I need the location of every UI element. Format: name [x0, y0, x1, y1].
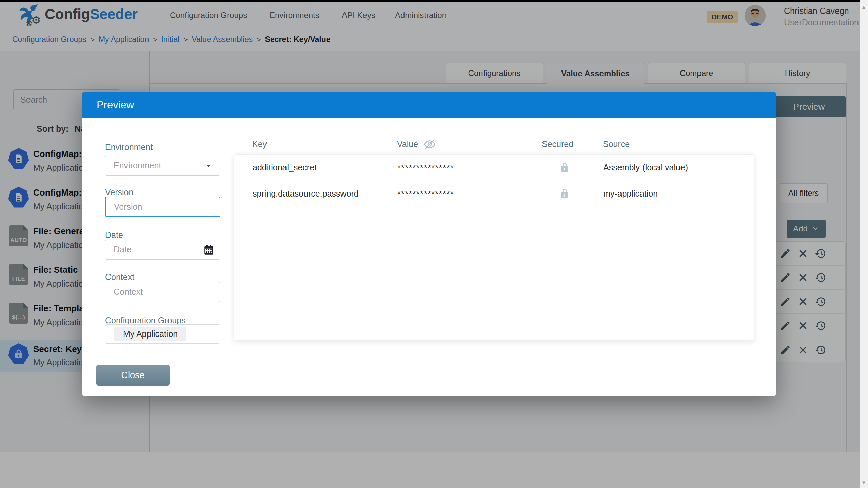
version-label: Version	[105, 187, 133, 197]
environment-select-value: Environment	[114, 161, 161, 170]
table-header-source: Source	[603, 139, 630, 149]
table-row[interactable]: additional_secret *************** Assemb…	[234, 155, 754, 180]
environment-select[interactable]: Environment	[105, 156, 220, 176]
date-label: Date	[105, 230, 123, 240]
table-header-secured: Secured	[542, 139, 573, 149]
top-edge-bar	[0, 0, 860, 2]
date-field-wrap	[105, 240, 220, 260]
lock-icon	[559, 161, 570, 174]
row-key: additional_secret	[253, 163, 317, 172]
preview-modal: Preview Environment Environment Version …	[82, 92, 776, 396]
calendar-icon[interactable]	[203, 244, 215, 256]
preview-results-card: additional_secret *************** Assemb…	[234, 154, 754, 341]
row-masked-value: ***************	[397, 189, 454, 199]
row-key: spring.datasource.password	[253, 189, 359, 199]
scroll-up-icon[interactable]: ▲	[860, 2, 868, 12]
eye-slash-icon[interactable]	[423, 138, 436, 151]
configuration-groups-box: My Application	[105, 324, 220, 344]
context-input[interactable]	[105, 282, 220, 302]
browser-scrollbar[interactable]: ▲ ▼	[860, 0, 868, 488]
caret-down-icon	[204, 161, 213, 170]
configuration-groups-label: Configuration Groups	[105, 316, 186, 325]
table-row[interactable]: spring.datasource.password *************…	[234, 181, 754, 206]
group-chip-my-application[interactable]: My Application	[114, 327, 186, 341]
row-source: Assembly (local value)	[603, 163, 688, 172]
lock-icon	[559, 187, 570, 200]
environment-label: Environment	[105, 142, 153, 152]
close-button[interactable]: Close	[96, 365, 170, 386]
context-field-wrap	[105, 282, 220, 302]
row-source: my-application	[603, 189, 658, 199]
row-masked-value: ***************	[397, 163, 454, 173]
modal-title: Preview	[97, 99, 134, 111]
table-header-value: Value	[397, 139, 418, 149]
scroll-down-icon[interactable]: ▼	[860, 477, 868, 487]
version-input[interactable]	[106, 197, 220, 216]
table-header-key: Key	[252, 139, 267, 149]
modal-header: Preview	[82, 92, 776, 118]
version-field-wrap	[105, 197, 220, 217]
context-label: Context	[105, 272, 134, 282]
